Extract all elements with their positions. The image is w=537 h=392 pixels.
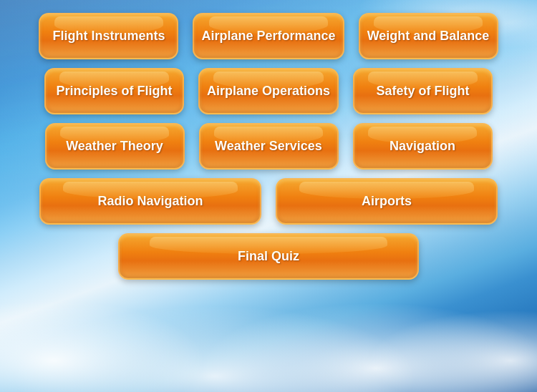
weather-theory-button[interactable]: Weather Theory — [45, 123, 185, 170]
airplane-operations-button[interactable]: Airplane Operations — [198, 68, 339, 114]
airplane-performance-button[interactable]: Airplane Performance — [193, 13, 344, 59]
safety-of-flight-button[interactable]: Safety of Flight — [353, 68, 493, 114]
weather-services-button[interactable]: Weather Services — [199, 123, 339, 170]
weight-and-balance-button[interactable]: Weight and Balance — [359, 13, 498, 59]
principles-of-flight-button[interactable]: Principles of Flight — [44, 68, 184, 114]
radio-navigation-button[interactable]: Radio Navigation — [39, 178, 261, 225]
row-1: Flight Instruments Airplane Performance … — [21, 13, 516, 59]
navigation-button[interactable]: Navigation — [353, 123, 493, 170]
flight-instruments-button[interactable]: Flight Instruments — [39, 13, 178, 59]
row-4: Radio Navigation Airports — [21, 178, 516, 225]
row-3: Weather Theory Weather Services Navigati… — [21, 123, 516, 170]
row-5: Final Quiz — [21, 233, 516, 280]
row-2: Principles of Flight Airplane Operations… — [21, 68, 516, 114]
final-quiz-button[interactable]: Final Quiz — [118, 233, 419, 280]
main-content: Flight Instruments Airplane Performance … — [0, 0, 537, 392]
airports-button[interactable]: Airports — [276, 178, 498, 225]
